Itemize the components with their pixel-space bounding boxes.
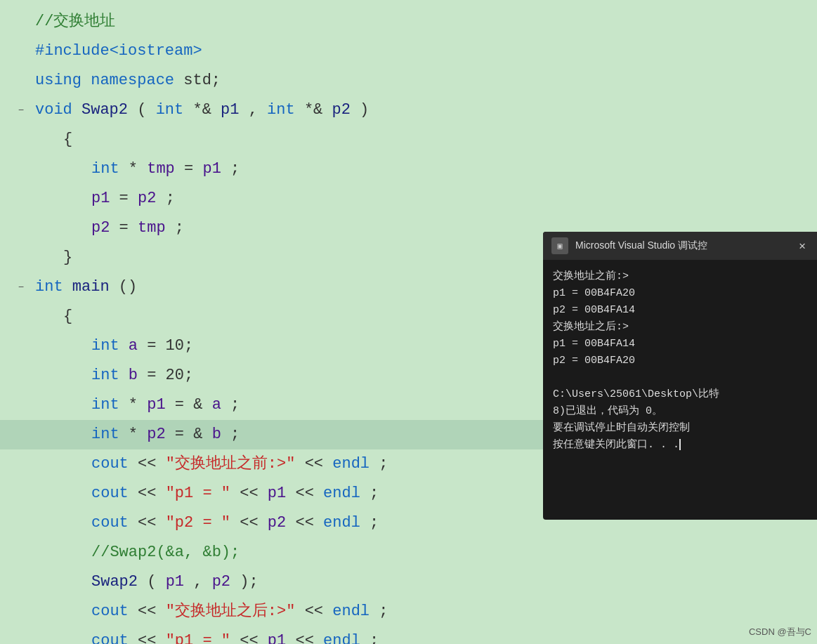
code-text: p2: [147, 426, 165, 443]
code-text: );: [240, 573, 258, 591]
code-text: cout: [91, 455, 129, 473]
code-text: <<: [138, 485, 166, 502]
line-content-1: //交换地址: [35, 8, 817, 35]
code-text: = &: [175, 396, 203, 414]
code-text: (): [119, 278, 137, 296]
line-content-19: //Swap2(&a, &b);: [91, 539, 817, 566]
code-text: <<: [138, 603, 166, 620]
code-text: <iostream>: [110, 42, 202, 60]
code-text: (: [147, 573, 156, 591]
code-text: void: [35, 101, 72, 119]
line-content-2: #include<iostream>: [35, 38, 817, 65]
code-editor: //交换地址 #include<iostream> using namespac…: [0, 0, 817, 644]
code-text: "p1 = ": [166, 485, 230, 502]
code-text: <<: [240, 485, 268, 502]
code-text: int: [35, 278, 63, 296]
code-text: int: [91, 396, 119, 414]
code-text: p1: [91, 190, 110, 207]
terminal-line-9: 8)已退出，代码为 0。: [553, 403, 807, 420]
code-text: p1: [166, 573, 184, 591]
code-text: <<: [138, 455, 166, 473]
code-text: ;: [230, 160, 240, 178]
code-text: int: [267, 101, 295, 119]
code-text: using: [35, 72, 81, 89]
code-line-6: int * tmp = p1 ;: [0, 155, 817, 184]
code-text: ;: [230, 426, 240, 443]
gutter-4: −: [7, 97, 35, 124]
collapse-icon-10[interactable]: −: [18, 274, 24, 301]
gutter-10: −: [7, 274, 35, 301]
code-text: #include: [35, 42, 110, 60]
line-content-21: cout << "交换地址之后:>" << endl ;: [91, 598, 817, 625]
code-text: <<: [240, 514, 268, 532]
code-text: int: [91, 337, 119, 355]
code-line-20: Swap2 ( p1 , p2 );: [0, 567, 817, 597]
code-text: <<: [295, 514, 323, 532]
code-text: //交换地址: [35, 13, 115, 30]
code-line-4: − void Swap2 ( int *& p1 , int *& p2 ): [0, 96, 817, 125]
terminal-line-1: 交换地址之前:>: [553, 268, 807, 285]
code-text: ;: [379, 603, 388, 620]
terminal-line-11: 按任意键关闭此窗口. . .: [553, 437, 807, 454]
code-text: =: [119, 190, 138, 207]
code-text: {: [63, 131, 72, 148]
code-text: }: [63, 249, 72, 266]
code-text: "p1 = ": [166, 632, 230, 644]
terminal-line-5: p1 = 00B4FA14: [553, 336, 807, 353]
code-text: = 20;: [147, 367, 193, 384]
code-text: <<: [295, 632, 323, 644]
code-text: cout: [91, 632, 129, 644]
code-text: cout: [91, 514, 129, 532]
code-text: *: [129, 396, 147, 414]
code-line-2: #include<iostream>: [0, 37, 817, 66]
code-text: ;: [370, 632, 379, 644]
code-text: b: [212, 426, 221, 443]
code-text: ;: [166, 190, 175, 207]
code-text: = 10;: [147, 337, 193, 355]
code-text: [81, 72, 91, 89]
code-text: Swap2: [81, 101, 128, 119]
code-text: <<: [240, 632, 268, 644]
code-text: a: [212, 396, 221, 414]
code-text: endl: [323, 514, 360, 532]
code-text: endl: [323, 485, 360, 502]
code-text: p2: [332, 101, 351, 119]
code-text: b: [129, 367, 138, 384]
code-text: *&: [192, 101, 221, 119]
line-content-7: p1 = p2 ;: [91, 185, 817, 212]
terminal-titlebar: ▣ Microsoft Visual Studio 调试控 ✕: [543, 232, 817, 260]
code-text: ;: [230, 396, 240, 414]
terminal-close-button[interactable]: ✕: [796, 236, 809, 256]
code-text: ): [360, 101, 369, 119]
line-content-20: Swap2 ( p1 , p2 );: [91, 569, 817, 596]
terminal-line-8: C:\Users\25061\Desktop\比特: [553, 386, 807, 403]
code-text: int: [91, 426, 119, 443]
code-text: namespace: [91, 72, 174, 89]
code-text: endl: [323, 632, 360, 644]
code-text: p1: [147, 396, 165, 414]
code-text: ,: [249, 101, 267, 119]
collapse-icon-4[interactable]: −: [18, 97, 24, 124]
code-text: p2: [268, 514, 286, 532]
line-content-22: cout << "p1 = " << p1 << endl ;: [91, 628, 817, 644]
terminal-cursor: [679, 439, 681, 450]
terminal-title: Microsoft Visual Studio 调试控: [575, 239, 796, 252]
code-text: p2: [91, 219, 110, 237]
code-text: ;: [370, 485, 379, 502]
code-text: p1: [221, 101, 239, 119]
code-text: int: [91, 160, 119, 178]
code-text: p1: [268, 485, 286, 502]
code-text: =: [119, 219, 138, 237]
code-text: ;: [379, 455, 388, 473]
code-text: <<: [138, 514, 166, 532]
code-text: a: [129, 337, 138, 355]
terminal-line-4: 交换地址之后:>: [553, 319, 807, 336]
code-text: main: [72, 278, 110, 296]
terminal-line-3: p2 = 00B4FA14: [553, 302, 807, 319]
code-text: =: [184, 160, 202, 178]
code-text: p2: [212, 573, 230, 591]
code-text: endl: [332, 455, 370, 473]
code-line-21: cout << "交换地址之后:>" << endl ;: [0, 597, 817, 626]
terminal-line-10: 要在调试停止时自动关闭控制: [553, 420, 807, 437]
code-text: *: [129, 160, 147, 178]
